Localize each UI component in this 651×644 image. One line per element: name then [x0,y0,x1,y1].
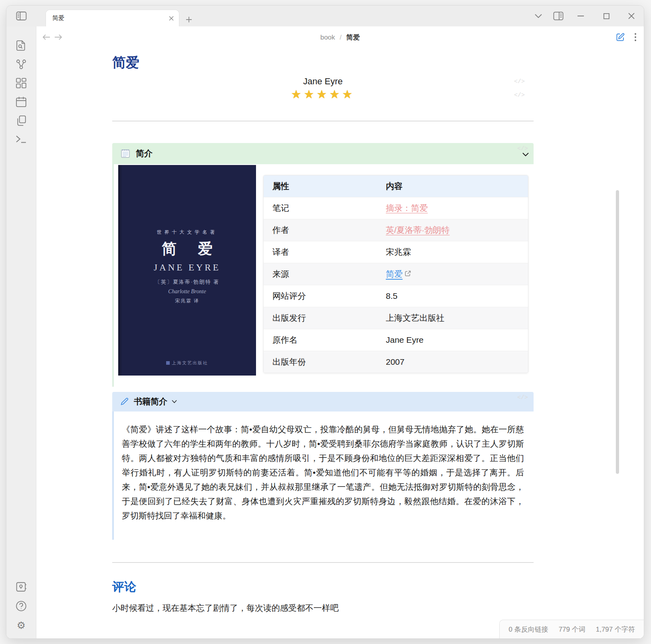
cover-title-cn: 简 爱 [162,239,212,259]
cover-author-cn: 〔英〕夏洛蒂·勃朗特 著 [155,278,220,286]
page-title: 简爱 [112,54,534,71]
frontmatter-block: Jane Eyre ★★★★★ </> </> [112,76,534,101]
prop-key: 网站评分 [264,285,377,307]
prop-key: 笔记 [264,197,377,219]
prop-key: 作者 [264,219,377,241]
book-subtitle: Jane Eyre [112,76,534,87]
comment-text: 小时候看过，现在基本忘了剧情了，每次读的感受都不一样吧 [112,602,534,614]
breadcrumb-current[interactable]: 简爱 [346,34,360,41]
callout-fold-chevron-icon[interactable] [172,400,177,403]
breadcrumb-parent[interactable]: book [320,34,335,41]
nav-forward-icon[interactable] [54,34,63,41]
prop-value: 2007 [377,351,528,373]
prop-value: 8.5 [377,285,528,307]
vault-switcher-icon[interactable] [15,581,27,593]
cover-publisher: 上海文艺出版社 [166,360,208,366]
help-icon[interactable] [15,600,27,612]
pencil-icon [120,398,129,406]
summary-callout-title: 书籍简介 [134,396,167,407]
table-header-row: 属性 内容 [264,175,528,197]
titlebar: 简爱 [6,6,644,26]
intro-callout: 简介 </> 世界十大文学名著 简 爱 [112,143,534,387]
scrollbar-thumb[interactable] [616,190,619,474]
properties-table: 属性 内容 笔记 摘录：简爱 [263,175,528,373]
tab-jane-eyre[interactable]: 简爱 [46,10,179,26]
source-external-link[interactable]: 简爱 [386,269,403,278]
char-count: 1,797 个字符 [596,625,635,634]
table-row: 网站评分 8.5 [264,285,528,307]
tab-close-icon[interactable] [169,16,174,21]
window-maximize-icon[interactable] [601,11,611,21]
notepad-icon [120,148,131,159]
edit-block-code-icon[interactable]: </> [514,79,525,85]
edit-block-code-icon[interactable]: </> [514,92,525,98]
tab-list-chevron-icon[interactable] [533,11,544,21]
book-summary-text: 《简爱》讲述了这样一个故事：简•爱自幼父母双亡，投靠冷酷的舅母，但舅母无情地抛弃… [114,411,534,540]
prop-key: 原作名 [264,329,377,351]
status-bar: 0 条反向链接 779 个词 1,797 个字符 [499,620,644,638]
graph-view-icon[interactable] [15,58,27,70]
intro-callout-title: 简介 [136,148,153,159]
view-header: book / 简爱 [36,26,644,48]
window-close-icon[interactable] [626,11,637,21]
search-document-icon[interactable] [15,40,27,52]
intro-callout-body: 世界十大文学名著 简 爱 JANE EYRE 〔英〕夏洛蒂·勃朗特 著 Char… [112,164,534,387]
summary-callout-body: 《简爱》讲述了这样一个故事：简•爱自幼父母双亡，投靠冷酷的舅母，但舅母无情地抛弃… [112,411,534,540]
window-minimize-icon[interactable] [576,11,586,21]
author-link[interactable]: 英/夏洛蒂·勃朗特 [386,225,450,235]
prop-value: 宋兆霖 [377,241,528,263]
cover-title-en: JANE EYRE [154,262,220,273]
prop-value: Jane Eyre [377,329,528,351]
prop-key: 来源 [264,263,377,285]
word-count: 779 个词 [559,625,586,634]
backlinks-count[interactable]: 0 条反向链接 [508,625,548,634]
prop-key: 出版年份 [264,351,377,373]
intro-callout-header[interactable]: 简介 </> [112,143,534,164]
edit-note-icon[interactable] [616,33,625,42]
nav-back-icon[interactable] [42,34,51,41]
templates-copy-icon[interactable] [15,115,27,127]
app-window: 简爱 [6,6,644,638]
new-tab-icon[interactable] [185,16,193,23]
summary-callout-header[interactable]: 书籍简介 </> [112,392,534,411]
settings-gear-icon[interactable]: ⚙ [15,619,27,631]
rating-stars[interactable]: ★★★★★ [112,87,534,101]
edit-block-code-icon[interactable]: </> [517,395,528,401]
divider [112,121,534,121]
prop-value: 上海文艺出版社 [377,307,528,329]
table-header-key: 属性 [264,175,377,197]
external-link-icon [405,270,411,276]
comments-heading: 评论 [112,579,534,595]
note-scroll-area: 简爱 Jane Eyre ★★★★★ </> </> [36,48,644,638]
toggle-left-sidebar-icon[interactable] [16,11,27,21]
table-row: 笔记 摘录：简爱 [264,197,528,219]
table-row: 出版年份 2007 [264,351,528,373]
prop-key: 译者 [264,241,377,263]
breadcrumb[interactable]: book / 简爱 [36,33,644,42]
edit-block-code-icon[interactable]: </> [517,146,528,152]
toggle-right-sidebar-icon[interactable] [553,11,564,21]
ribbon: ⚙ [6,26,36,638]
tab-title: 简爱 [52,14,169,22]
calendar-icon[interactable] [15,96,27,108]
divider [112,562,534,563]
breadcrumb-separator: / [340,34,342,41]
terminal-icon[interactable] [15,133,27,145]
prop-key: 出版发行 [264,307,377,329]
cover-translator: 宋兆霖 译 [175,298,199,304]
table-header-value: 内容 [377,175,528,197]
main-pane: book / 简爱 [36,26,644,638]
callout-fold-chevron-icon[interactable] [522,153,529,156]
table-row: 作者 英/夏洛蒂·勃朗特 [264,219,528,241]
table-row: 原作名 Jane Eyre [264,329,528,351]
table-row: 出版发行 上海文艺出版社 [264,307,528,329]
more-options-icon[interactable] [634,33,637,42]
table-row: 译者 宋兆霖 [264,241,528,263]
table-row: 来源 简爱 [264,263,528,285]
note-link[interactable]: 摘录：简爱 [386,203,428,213]
book-cover-image: 世界十大文学名著 简 爱 JANE EYRE 〔英〕夏洛蒂·勃朗特 著 Char… [118,165,256,376]
cover-author-en: Charlotte Bronte [168,288,206,295]
cover-series-label: 世界十大文学名著 [157,229,218,236]
summary-callout: 书籍简介 </> 《简爱》讲述了这样一个故事：简•爱自幼父母双亡，投靠冷酷的舅母… [112,392,534,540]
dashboard-icon[interactable] [15,77,27,89]
